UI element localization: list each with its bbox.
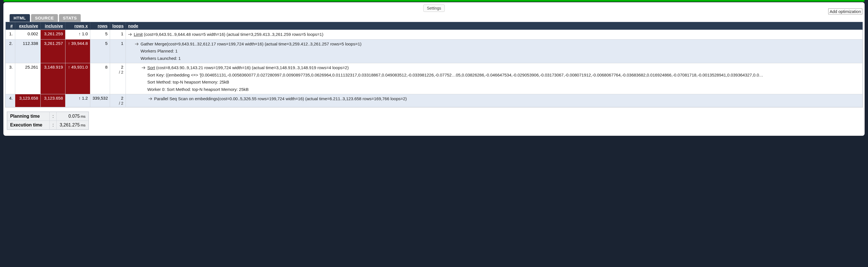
- cell-rows-x: ↑ 49,931.0: [65, 63, 90, 94]
- col-inclusive[interactable]: inclusive: [45, 23, 63, 28]
- view-tabs: HTML SOURCE STATS: [9, 14, 863, 22]
- colon: :: [50, 112, 57, 121]
- table-row: 1.0.0023,261.259↑ 1.051Limit (cost=9,643…: [6, 30, 863, 39]
- cell-rows: 5: [90, 39, 110, 63]
- settings-button[interactable]: Settings: [423, 4, 445, 12]
- planning-time-value: 0.075ms: [57, 112, 89, 121]
- table-row: 4.3,123.6583,123.658↑ 1.2339,5322/ 2Para…: [6, 94, 863, 107]
- node-name: Gather Merge: [141, 41, 167, 48]
- table-row: 3.25.2613,148.919↑ 49,931.082/ 2Sort (co…: [6, 63, 863, 94]
- col-node[interactable]: node: [128, 23, 138, 28]
- expand-arrow-icon[interactable]: [148, 96, 152, 102]
- cell-idx: 1.: [6, 30, 15, 39]
- cell-idx: 4.: [6, 94, 15, 107]
- cell-rows-x: ↑ 1.0: [65, 30, 90, 39]
- node-detail: (cost=8,643.90..9,143.21 rows=199,724 wi…: [156, 65, 349, 71]
- add-optimization-button[interactable]: Add optimization: [828, 8, 862, 14]
- col-rows[interactable]: rows: [98, 23, 107, 28]
- planning-time-label: Planning time: [7, 112, 50, 121]
- tab-stats[interactable]: STATS: [59, 14, 81, 22]
- node-name[interactable]: Limit: [134, 31, 143, 38]
- node-detail: (cost=0.00..5,326.55 rows=199,724 width=…: [218, 96, 407, 102]
- node-subline: Worker 0: Sort Method: top-N heapsort Me…: [147, 86, 249, 93]
- main-card: Settings Add optimization HTML SOURCE ST…: [3, 2, 865, 136]
- cell-idx: 2.: [6, 39, 15, 63]
- cell-exclusive: 112.338: [15, 39, 41, 63]
- node-name[interactable]: Sort: [147, 65, 155, 71]
- cell-loops: 2/ 2: [110, 63, 126, 94]
- table-header-row: # exclusive inclusive rows x rows loops …: [6, 22, 863, 30]
- cell-node: Gather Merge (cost=9,643.91..32,612.17 r…: [126, 39, 863, 63]
- expand-arrow-icon[interactable]: [135, 41, 139, 48]
- col-loops[interactable]: loops: [112, 23, 124, 28]
- cell-inclusive: 3,261.257: [41, 39, 65, 63]
- cell-rows: 8: [90, 63, 110, 94]
- cell-idx: 3.: [6, 63, 15, 94]
- node-name: Parallel Seq Scan on embeddings: [154, 96, 218, 102]
- cell-inclusive: 3,123.658: [41, 94, 65, 107]
- table-row: 2.112.3383,261.257↑ 39,944.851Gather Mer…: [6, 39, 863, 63]
- cell-rows: 339,532: [90, 94, 110, 107]
- col-idx[interactable]: #: [10, 23, 13, 28]
- cell-node: Sort (cost=8,643.90..9,143.21 rows=199,7…: [126, 63, 863, 94]
- node-subline: Workers Launched: 1: [141, 55, 181, 62]
- cell-rows-x: ↑ 39,944.8: [65, 39, 90, 63]
- col-rows-x[interactable]: rows x: [74, 23, 88, 28]
- expand-arrow-icon[interactable]: [128, 32, 132, 38]
- cell-loops: 2/ 2: [110, 94, 126, 107]
- plan-table: # exclusive inclusive rows x rows loops …: [5, 22, 863, 107]
- cell-exclusive: 0.002: [15, 30, 41, 39]
- tab-html[interactable]: HTML: [9, 14, 30, 22]
- cell-loops: 1: [110, 30, 126, 39]
- colon: :: [50, 121, 57, 129]
- cell-rows: 5: [90, 30, 110, 39]
- cell-exclusive: 3,123.658: [15, 94, 41, 107]
- cell-inclusive: 3,261.259: [41, 30, 65, 39]
- timing-summary: Planning time : 0.075ms Execution time :…: [7, 112, 89, 130]
- execution-time-value: 3,261.275ms: [57, 121, 89, 129]
- cell-rows-x: ↑ 1.2: [65, 94, 90, 107]
- expand-arrow-icon[interactable]: [142, 65, 146, 71]
- tab-source[interactable]: SOURCE: [31, 14, 58, 22]
- cell-inclusive: 3,148.919: [41, 63, 65, 94]
- cell-loops: 1: [110, 39, 126, 63]
- execution-time-label: Execution time: [7, 121, 50, 129]
- node-detail: (cost=9,643.91..9,644.48 rows=5 width=16…: [144, 31, 323, 38]
- node-subline: Workers Planned: 1: [141, 48, 178, 55]
- col-exclusive[interactable]: exclusive: [19, 23, 38, 28]
- node-subline: Sort Method: top-N heapsort Memory: 25kB: [147, 79, 229, 86]
- node-detail: (cost=9,643.91..32,612.17 rows=199,724 w…: [167, 41, 362, 48]
- node-subline: Sort Key: ((embedding <=> '[0.004651131,…: [147, 72, 763, 79]
- cell-node: Limit (cost=9,643.91..9,644.48 rows=5 wi…: [126, 30, 863, 39]
- top-green-bar: [3, 0, 865, 2]
- cell-node: Parallel Seq Scan on embeddings (cost=0.…: [126, 94, 863, 107]
- cell-exclusive: 25.261: [15, 63, 41, 94]
